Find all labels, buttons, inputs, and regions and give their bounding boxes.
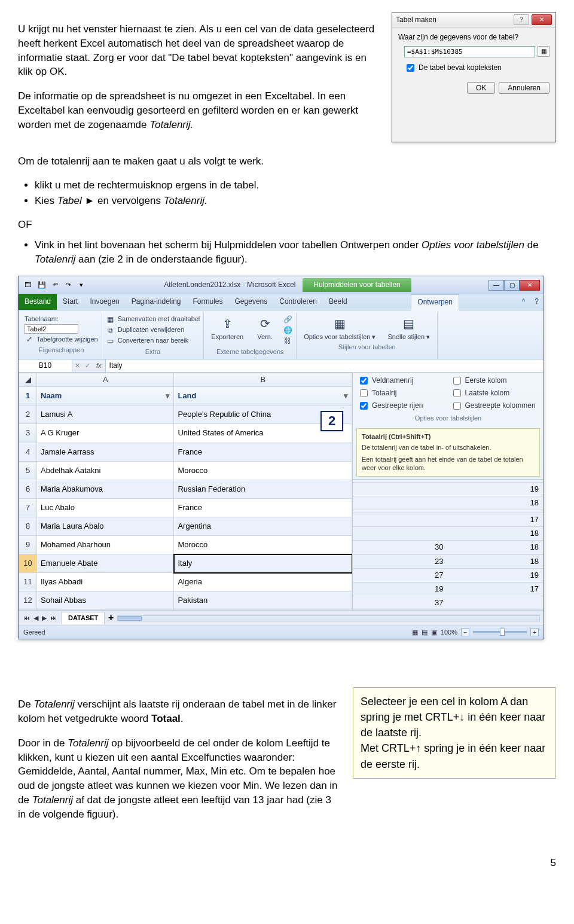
formula-input[interactable]: Italy bbox=[105, 359, 544, 372]
save-icon[interactable]: 💾 bbox=[36, 280, 47, 291]
checkbox-gestreepte-rijen[interactable]: Gestreepte rijen bbox=[358, 400, 446, 411]
row-header[interactable]: 7 bbox=[19, 498, 37, 517]
name-box[interactable]: B10 bbox=[19, 359, 72, 372]
range-input[interactable] bbox=[404, 46, 535, 57]
col-header-b[interactable]: B bbox=[174, 373, 352, 387]
cell[interactable]: 18 bbox=[448, 496, 544, 510]
cell[interactable]: Morocco bbox=[174, 461, 352, 480]
cell[interactable]: Pakistan bbox=[174, 591, 352, 610]
dedup-button[interactable]: ⧉Duplicaten verwijderen bbox=[106, 325, 200, 336]
table-row[interactable]: 4Jamale AarrassFrance bbox=[19, 443, 352, 461]
tab-gegevens[interactable]: Gegevens bbox=[229, 294, 274, 310]
prev-sheet-icon[interactable]: ◀ bbox=[32, 614, 39, 623]
row-header[interactable]: 12 bbox=[19, 591, 37, 610]
cell[interactable]: Emanuele Abate bbox=[37, 554, 174, 573]
table-row[interactable]: 7Luc AbaloFrance bbox=[19, 498, 352, 517]
cell[interactable]: Mohamed Abarhoun bbox=[37, 535, 174, 554]
ribbon-minimize-icon[interactable]: ^ bbox=[517, 294, 530, 310]
row-header[interactable]: 6 bbox=[19, 480, 37, 498]
export-button[interactable]: ⇪Exporteren bbox=[207, 314, 247, 341]
checkbox-eerste-kolom[interactable]: Eerste kolom bbox=[451, 375, 539, 386]
checkbox-input[interactable] bbox=[407, 64, 414, 72]
view-normal-icon[interactable]: ▦ bbox=[412, 628, 418, 637]
table-row[interactable]: 10Emanuele AbateItaly bbox=[19, 554, 352, 573]
cell[interactable] bbox=[353, 483, 448, 496]
cell[interactable] bbox=[448, 510, 544, 513]
cell[interactable]: Algeria bbox=[174, 573, 352, 591]
cell[interactable]: 18 bbox=[448, 541, 544, 554]
close-icon[interactable]: ✕ bbox=[532, 14, 552, 25]
sheet-tab-dataset[interactable]: DATASET bbox=[62, 612, 105, 624]
checkbox-laatste-kolom[interactable]: Laatste kolom bbox=[451, 388, 539, 399]
unlink-icon[interactable]: ⛓ bbox=[283, 336, 292, 346]
cell[interactable]: 19 bbox=[353, 583, 448, 596]
cell[interactable]: Lamusi A bbox=[37, 405, 174, 424]
cell[interactable]: Italy bbox=[174, 554, 352, 573]
cell[interactable] bbox=[353, 527, 448, 540]
table-row[interactable]: 5Abdelhak AatakniMorocco bbox=[19, 461, 352, 480]
style-options-button[interactable]: ▦Opties voor tabelstijlen ▾ bbox=[300, 314, 379, 341]
cell[interactable]: A G Kruger bbox=[37, 424, 174, 443]
cell[interactable]: France bbox=[174, 443, 352, 461]
range-picker-icon[interactable]: ▦ bbox=[538, 46, 549, 57]
cell[interactable]: Jamale Aarrass bbox=[37, 443, 174, 461]
cell[interactable]: Morocco bbox=[174, 535, 352, 554]
cancel-formula-icon[interactable]: ✕ bbox=[72, 361, 83, 370]
row-header[interactable]: 9 bbox=[19, 535, 37, 554]
resize-table-button[interactable]: ⤢Tabelgrootte wijzigen bbox=[25, 334, 98, 344]
row-header[interactable]: 11 bbox=[19, 573, 37, 591]
tab-ontwerpen[interactable]: Ontwerpen bbox=[411, 294, 459, 310]
select-all-corner[interactable]: ◢ bbox=[19, 373, 37, 387]
pivot-button[interactable]: ▦Samenvatten met draaitabel bbox=[106, 314, 200, 325]
cell[interactable]: Ilyas Abbadi bbox=[37, 573, 174, 591]
table-header-naam[interactable]: Naam ▾ bbox=[37, 387, 174, 405]
zoom-in-button[interactable]: + bbox=[530, 628, 539, 636]
cell[interactable] bbox=[353, 513, 448, 526]
checkbox-kopteksten[interactable]: De tabel bevat kopteksten bbox=[404, 62, 549, 74]
cell[interactable]: 18 bbox=[448, 527, 544, 540]
col-header-a[interactable]: A bbox=[37, 373, 174, 387]
cell[interactable]: 23 bbox=[353, 555, 448, 568]
cell[interactable]: 27 bbox=[353, 569, 448, 582]
help-icon[interactable]: ? bbox=[514, 14, 529, 25]
maximize-icon[interactable]: ▢ bbox=[504, 280, 520, 291]
cell[interactable]: 17 bbox=[448, 513, 544, 526]
cell[interactable]: 18 bbox=[448, 555, 544, 568]
quick-styles-button[interactable]: ▤Snelle stijlen ▾ bbox=[384, 314, 433, 341]
row-header[interactable]: 10 bbox=[19, 554, 37, 573]
undo-icon[interactable]: ↶ bbox=[50, 280, 60, 291]
table-row[interactable]: 11Ilyas AbbadiAlgeria bbox=[19, 573, 352, 591]
checkbox-gestreepte-kolommen[interactable]: Gestreepte kolommen bbox=[451, 400, 539, 411]
table-row[interactable]: 8Maria Laura AbaloArgentina bbox=[19, 517, 352, 535]
table-row[interactable]: 9Mohamed AbarhounMorocco bbox=[19, 535, 352, 554]
filter-icon[interactable]: ▾ bbox=[166, 391, 170, 401]
new-sheet-icon[interactable]: ✚ bbox=[108, 614, 114, 623]
cell[interactable]: 17 bbox=[448, 583, 544, 596]
view-layout-icon[interactable]: ▤ bbox=[422, 628, 428, 637]
tab-controleren[interactable]: Controleren bbox=[273, 294, 323, 310]
row-header[interactable]: 1 bbox=[19, 387, 37, 405]
filter-icon[interactable]: ▾ bbox=[344, 391, 348, 401]
qat-dropdown-icon[interactable]: ▾ bbox=[76, 280, 87, 291]
row-header[interactable]: 2 bbox=[19, 405, 37, 424]
cell[interactable]: 37 bbox=[353, 596, 448, 609]
tab-pagina-indeling[interactable]: Pagina-indeling bbox=[126, 294, 187, 310]
last-sheet-icon[interactable]: ⏭ bbox=[49, 614, 58, 623]
fx-icon[interactable]: fx bbox=[93, 361, 105, 370]
cell[interactable]: 19 bbox=[448, 569, 544, 582]
cell[interactable]: Abdelhak Aatakni bbox=[37, 461, 174, 480]
cell[interactable] bbox=[353, 496, 448, 510]
cell[interactable] bbox=[353, 510, 448, 513]
tablename-input[interactable] bbox=[25, 324, 78, 334]
tab-formules[interactable]: Formules bbox=[187, 294, 229, 310]
help-icon[interactable]: ? bbox=[530, 294, 544, 310]
ok-button[interactable]: OK bbox=[467, 82, 495, 94]
worksheet-grid[interactable]: ◢ A B 1 Naam ▾ Land ▾ 2Lamusi APeople's … bbox=[19, 373, 352, 610]
table-row[interactable]: 6Maria AbakumovaRussian Federation bbox=[19, 480, 352, 498]
first-sheet-icon[interactable]: ⏮ bbox=[22, 614, 31, 623]
refresh-button[interactable]: ⟳Vern. bbox=[252, 314, 278, 341]
cell[interactable] bbox=[448, 480, 544, 482]
cell[interactable]: Sohail Abbas bbox=[37, 591, 174, 610]
cell[interactable]: Maria Laura Abalo bbox=[37, 517, 174, 535]
row-header[interactable]: 5 bbox=[19, 461, 37, 480]
